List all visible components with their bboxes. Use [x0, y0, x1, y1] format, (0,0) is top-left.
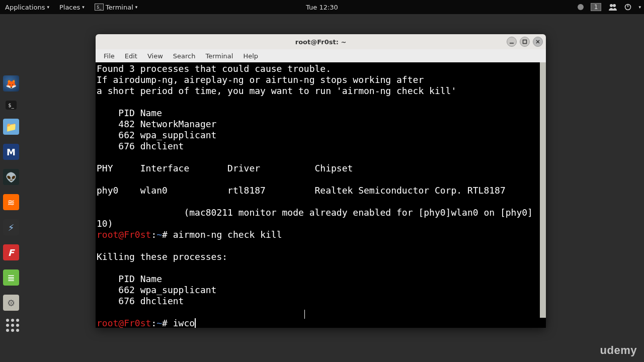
- scrollbar-thumb[interactable]: [540, 62, 546, 318]
- menu-view[interactable]: View: [142, 52, 168, 60]
- menu-terminal[interactable]: Terminal: [200, 52, 238, 60]
- term-line: (mac80211 monitor mode already enabled f…: [97, 207, 533, 218]
- prompt-hash: #: [162, 229, 173, 240]
- top-panel: Applications ▾ Places ▾ $_ Terminal ▾ Tu…: [0, 0, 644, 14]
- menu-file[interactable]: File: [99, 52, 120, 60]
- term-line: 482 NetworkManager: [97, 119, 216, 129]
- term-line: Found 3 processes that could cause troub…: [97, 63, 331, 74]
- term-line: phy0 wlan0 rtl8187 Realtek Semiconductor…: [97, 185, 506, 196]
- mouse-ibeam-icon: [304, 310, 305, 319]
- term-line: 662 wpa_supplicant: [97, 285, 216, 295]
- record-icon[interactable]: [578, 4, 584, 10]
- menu-help[interactable]: Help: [238, 52, 263, 60]
- prompt-sep: :: [151, 229, 156, 240]
- menu-search[interactable]: Search: [168, 52, 201, 60]
- menu-terminal-label: Terminal: [106, 4, 133, 11]
- users-icon[interactable]: [608, 4, 617, 11]
- svg-point-0: [610, 4, 613, 7]
- menu-places-label: Places: [59, 4, 80, 11]
- term-line: 676 dhclient: [97, 296, 184, 306]
- show-applications-icon[interactable]: [6, 319, 19, 332]
- svg-rect-4: [510, 43, 514, 44]
- leafpad-icon[interactable]: ≣: [3, 269, 19, 286]
- menu-terminal-active[interactable]: $_ Terminal ▾: [90, 0, 142, 14]
- text-cursor-icon: [195, 318, 196, 328]
- prompt-path: ~: [156, 229, 162, 240]
- armitage-icon[interactable]: 👽: [3, 169, 19, 185]
- term-line: 676 dhclient: [97, 141, 184, 151]
- power-icon[interactable]: [624, 4, 631, 11]
- term-line: 662 wpa_supplicant: [97, 130, 216, 140]
- prompt-user: root@Fr0st: [97, 229, 151, 240]
- dock: 🦊 $_ 📁 M 👽 ≋ ⚡ F ≣ ⚙: [3, 75, 19, 311]
- firefox-icon[interactable]: 🦊: [3, 75, 19, 92]
- svg-rect-5: [523, 40, 527, 44]
- menu-applications-label: Applications: [5, 4, 45, 11]
- term-line: PHY Interface Driver Chipset: [97, 163, 353, 173]
- menu-edit[interactable]: Edit: [120, 52, 142, 60]
- term-small-icon[interactable]: $_: [6, 101, 17, 110]
- chevron-down-icon: ▾: [47, 5, 49, 10]
- metasploit-icon[interactable]: M: [3, 144, 19, 160]
- close-button[interactable]: [533, 37, 543, 47]
- prompt-command-typing: iwco: [173, 318, 195, 328]
- prompt-path: ~: [156, 318, 162, 328]
- minimize-button[interactable]: [507, 37, 517, 47]
- files-icon[interactable]: 📁: [3, 119, 19, 135]
- menu-places[interactable]: Places ▾: [54, 0, 90, 14]
- svg-point-1: [613, 4, 616, 7]
- zenmap-icon[interactable]: ⚡: [3, 219, 19, 235]
- term-line: If airodump-ng, aireplay-ng or airtun-ng…: [97, 74, 424, 85]
- faraday-icon[interactable]: F: [3, 244, 19, 260]
- tweaks-icon[interactable]: ⚙: [3, 295, 19, 311]
- terminal-scrollbar[interactable]: [540, 62, 546, 328]
- terminal-icon: $_: [95, 4, 104, 11]
- maximize-button[interactable]: [520, 37, 530, 47]
- terminal-window: root@Fr0st: ~ File Edit View Search Term…: [96, 34, 546, 328]
- term-line: Killing these processes:: [97, 251, 227, 262]
- prompt-command: airmon-ng check kill: [173, 229, 282, 240]
- chevron-down-icon: ▾: [135, 5, 138, 10]
- term-line: 10): [97, 218, 113, 229]
- window-title: root@Fr0st: ~: [295, 38, 347, 46]
- prompt-hash: #: [162, 318, 173, 328]
- prompt-sep: :: [151, 318, 156, 328]
- panel-clock[interactable]: Tue 12:30: [306, 4, 338, 11]
- svg-rect-3: [628, 4, 629, 7]
- menu-applications[interactable]: Applications ▾: [0, 0, 54, 14]
- chevron-down-icon[interactable]: ▾: [638, 5, 641, 10]
- term-line: PID Name: [97, 108, 162, 118]
- prompt-user: root@Fr0st: [97, 318, 151, 328]
- term-line: a short period of time, you may want to …: [97, 85, 456, 96]
- udemy-watermark: udemy: [600, 344, 637, 357]
- chevron-down-icon: ▾: [82, 5, 85, 10]
- terminal-viewport[interactable]: Found 3 processes that could cause troub…: [96, 62, 546, 328]
- term-line: PID Name: [97, 274, 162, 284]
- burp-icon[interactable]: ≋: [3, 194, 19, 210]
- window-titlebar[interactable]: root@Fr0st: ~: [96, 34, 546, 49]
- workspace-indicator[interactable]: 1: [591, 3, 602, 11]
- window-menubar: File Edit View Search Terminal Help: [96, 49, 546, 62]
